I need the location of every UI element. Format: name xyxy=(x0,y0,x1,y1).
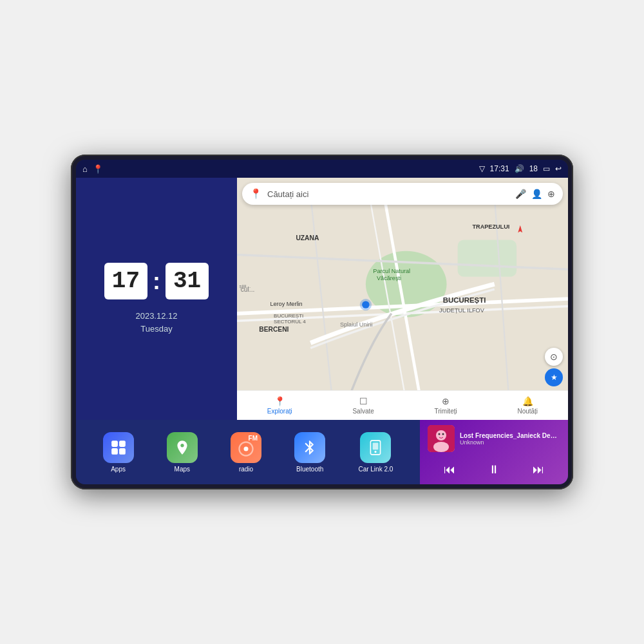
volume-icon: 🔊 xyxy=(515,164,524,173)
status-right-info: ▽ 17:31 🔊 18 ▭ ↩ xyxy=(479,164,562,173)
send-label: Trimiteți xyxy=(435,408,457,415)
svg-point-38 xyxy=(433,442,449,452)
clock-date: 2023.12.12 Tuesday xyxy=(135,310,177,335)
media-top: Lost Frequencies_Janieck Devy-... Unknow… xyxy=(428,425,560,452)
signal-icon: ▽ xyxy=(479,164,485,173)
svg-text:JUDEȚUL ILFOV: JUDEȚUL ILFOV xyxy=(439,307,485,314)
maps-status-icon[interactable]: 📍 xyxy=(93,164,103,174)
map-nav-explore[interactable]: 📍 Explorați xyxy=(267,396,292,415)
svg-point-34 xyxy=(375,450,377,452)
status-bar: ⌂ 📍 ▽ 17:31 🔊 18 ▭ ↩ xyxy=(76,160,568,178)
maps-icon-image xyxy=(167,432,198,463)
svg-text:TRAPEZULUI: TRAPEZULUI xyxy=(473,223,510,230)
map-nav-news[interactable]: 🔔 Noutăți xyxy=(517,396,538,415)
app-icon-maps[interactable]: Maps xyxy=(167,432,198,473)
carlink-label: Car Link 2.0 xyxy=(358,466,393,473)
radio-icon-image: FM xyxy=(231,432,261,463)
media-panel: Lost Frequencies_Janieck Devy-... Unknow… xyxy=(420,420,568,484)
apps-label: Apps xyxy=(111,466,126,473)
maps-logo-icon: 📍 xyxy=(250,188,262,200)
media-next-button[interactable]: ⏭ xyxy=(533,463,544,477)
svg-rect-29 xyxy=(111,448,118,455)
saved-label: Salvate xyxy=(352,408,374,415)
map-compass-button[interactable]: ★ xyxy=(545,368,563,386)
svg-point-40 xyxy=(442,433,444,435)
status-left-icons: ⌂ 📍 xyxy=(82,164,103,174)
app-icon-radio[interactable]: FM radio xyxy=(231,432,261,473)
carlink-icon-image xyxy=(360,432,391,463)
svg-rect-2 xyxy=(458,240,516,277)
layers-icon[interactable]: ⊕ xyxy=(547,189,555,199)
app-icon-apps[interactable]: Apps xyxy=(103,432,134,473)
mic-icon[interactable]: 🎤 xyxy=(515,189,526,199)
battery-icon: ▭ xyxy=(543,164,550,173)
map-search-bar[interactable]: 📍 Căutați aici 🎤 👤 ⊕ xyxy=(242,183,563,205)
media-album-art xyxy=(428,425,455,452)
media-controls: ⏮ ⏸ ⏭ xyxy=(428,460,560,479)
next-icon: ⏭ xyxy=(533,463,544,477)
map-background: BUCUREȘTI JUDEȚUL ILFOV TRAPEZULUI BERCE… xyxy=(237,178,568,420)
news-icon: 🔔 xyxy=(522,396,533,406)
play-pause-icon: ⏸ xyxy=(488,463,500,477)
media-artist: Unknown xyxy=(460,439,560,446)
svg-rect-28 xyxy=(119,440,126,447)
svg-text:Splaiul Unirii: Splaiul Unirii xyxy=(340,321,373,328)
device-frame: ⌂ 📍 ▽ 17:31 🔊 18 ▭ ↩ 17 : xyxy=(71,155,573,489)
app-icon-carlink[interactable]: Car Link 2.0 xyxy=(358,432,393,473)
svg-text:SECTORUL 4: SECTORUL 4 xyxy=(274,319,306,325)
prev-icon: ⏮ xyxy=(444,463,455,477)
clock-colon: : xyxy=(153,268,160,295)
svg-point-39 xyxy=(439,433,440,435)
clock-panel: 17 : 31 2023.12.12 Tuesday xyxy=(76,178,237,420)
status-time: 17:31 xyxy=(490,164,509,173)
media-prev-button[interactable]: ⏮ xyxy=(444,463,455,477)
clock-minutes: 31 xyxy=(166,263,209,299)
map-panel[interactable]: BUCUREȘTI JUDEȚUL ILFOV TRAPEZULUI BERCE… xyxy=(237,178,568,420)
svg-text:Văcărești: Văcărești xyxy=(377,275,401,281)
map-search-placeholder[interactable]: Căutați aici xyxy=(267,189,510,199)
maps-label: Maps xyxy=(175,466,190,473)
home-icon[interactable]: ⌂ xyxy=(82,164,88,174)
main-content: 17 : 31 2023.12.12 Tuesday xyxy=(76,178,568,484)
media-title: Lost Frequencies_Janieck Devy-... xyxy=(460,432,560,439)
svg-text:Parcul Natural: Parcul Natural xyxy=(373,268,410,274)
explore-icon: 📍 xyxy=(274,396,285,406)
svg-text:BUCUREȘTI: BUCUREȘTI xyxy=(443,296,486,304)
location-icon: ⊙ xyxy=(550,352,558,362)
radio-label: radio xyxy=(239,466,253,473)
clock-display: 17 : 31 xyxy=(104,263,209,299)
send-icon: ⊕ xyxy=(442,396,450,406)
bluetooth-icon-image xyxy=(294,432,325,463)
svg-point-37 xyxy=(436,430,446,440)
app-icon-bluetooth[interactable]: Bluetooth xyxy=(294,432,325,473)
device-screen: ⌂ 📍 ▽ 17:31 🔊 18 ▭ ↩ 17 : xyxy=(76,160,568,484)
apps-panel: Apps Maps FM xyxy=(76,420,420,484)
map-svg: BUCUREȘTI JUDEȚUL ILFOV TRAPEZULUI BERCE… xyxy=(237,178,568,420)
back-icon[interactable]: ↩ xyxy=(555,164,562,173)
volume-level: 18 xyxy=(529,164,538,173)
map-nav-saved[interactable]: ☐ Salvate xyxy=(352,396,374,415)
media-info: Lost Frequencies_Janieck Devy-... Unknow… xyxy=(460,432,560,446)
map-nav-send[interactable]: ⊕ Trimiteți xyxy=(435,396,457,415)
svg-text:cul...: cul... xyxy=(241,286,255,293)
svg-point-31 xyxy=(244,446,249,451)
apps-icon-image xyxy=(103,432,134,463)
svg-rect-35 xyxy=(373,442,379,450)
clock-date-value: 2023.12.12 xyxy=(135,310,177,323)
svg-point-24 xyxy=(360,299,372,310)
compass-icon: ★ xyxy=(551,373,558,382)
top-section: 17 : 31 2023.12.12 Tuesday xyxy=(76,178,568,420)
clock-hours: 17 xyxy=(104,263,147,299)
account-icon[interactable]: 👤 xyxy=(531,189,542,199)
svg-text:UZANA: UZANA xyxy=(296,234,319,242)
bottom-section: Apps Maps FM xyxy=(76,420,568,484)
saved-icon: ☐ xyxy=(359,396,368,406)
media-play-pause-button[interactable]: ⏸ xyxy=(488,463,500,477)
explore-label: Explorați xyxy=(267,408,292,415)
svg-text:Leroy Merlin: Leroy Merlin xyxy=(270,301,302,307)
map-location-button[interactable]: ⊙ xyxy=(545,348,563,366)
svg-rect-30 xyxy=(119,448,126,455)
svg-text:BERCENI: BERCENI xyxy=(259,326,289,333)
map-search-actions: 🎤 👤 ⊕ xyxy=(515,189,555,199)
svg-text:BUCUREȘTI: BUCUREȘTI xyxy=(274,313,303,319)
